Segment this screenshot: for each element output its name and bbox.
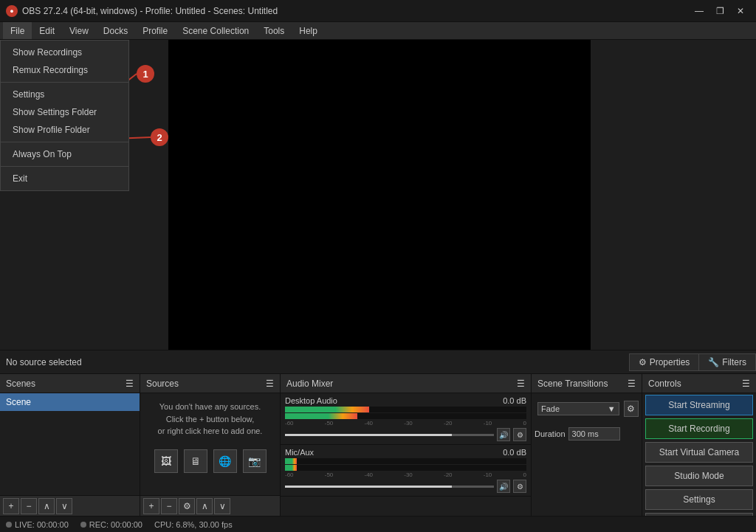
tab-filters[interactable]: 🔧 Filters bbox=[698, 353, 756, 371]
panels-area: Scenes ☰ Scene + − ∧ ∨ Sources ☰ You don… bbox=[0, 373, 756, 516]
transition-settings-button[interactable]: ⚙ bbox=[624, 401, 639, 417]
sources-empty-message: You don't have any sources.Click the + b… bbox=[140, 393, 280, 445]
audio-mixer-menu-icon[interactable]: ☰ bbox=[517, 379, 525, 389]
desktop-audio-label: Desktop Audio bbox=[285, 396, 337, 405]
rec-status: REC: 00:00:00 bbox=[80, 520, 142, 529]
menu-scene-collection[interactable]: Scene Collection bbox=[175, 22, 256, 39]
sources-list[interactable]: You don't have any sources.Click the + b… bbox=[140, 393, 280, 495]
audio-channel-mic: Mic/Aux 0.0 dB -60-50-40-30-20-100 bbox=[281, 445, 531, 497]
properties-filters-tabs: ⚙ Properties 🔧 Filters bbox=[629, 353, 756, 371]
source-move-down-button[interactable]: ∨ bbox=[214, 498, 230, 514]
panel-audio-mixer: Audio Mixer ☰ Desktop Audio 0.0 dB bbox=[281, 374, 532, 516]
menu-show-profile-folder[interactable]: Show Profile Folder bbox=[1, 121, 128, 139]
duration-input[interactable] bbox=[568, 427, 620, 441]
live-indicator bbox=[6, 522, 12, 528]
scenes-label: Scenes bbox=[6, 379, 35, 389]
menu-docks[interactable]: Docks bbox=[96, 22, 135, 39]
menu-exit[interactable]: Exit bbox=[1, 170, 128, 187]
tab-properties[interactable]: ⚙ Properties bbox=[629, 353, 700, 371]
desktop-audio-mute-button[interactable]: 🔊 bbox=[497, 428, 510, 441]
settings-button[interactable]: Settings bbox=[645, 489, 753, 510]
sources-menu-icon[interactable]: ☰ bbox=[266, 379, 274, 389]
scene-item-scene[interactable]: Scene bbox=[0, 393, 140, 411]
mic-aux-db: 0.0 dB bbox=[503, 448, 526, 457]
transition-dropdown-arrow: ▼ bbox=[608, 404, 616, 413]
transitions-label: Scene Transitions bbox=[537, 379, 608, 389]
desktop-audio-settings-button[interactable]: ⚙ bbox=[513, 428, 526, 441]
menu-tools[interactable]: Tools bbox=[256, 22, 292, 39]
menu-file[interactable]: File bbox=[3, 22, 32, 39]
source-image-icon[interactable]: 🖼 bbox=[154, 449, 178, 473]
scene-add-button[interactable]: + bbox=[3, 498, 19, 514]
mic-audio-meter-bottom bbox=[285, 465, 526, 471]
footer-status-bar: LIVE: 00:00:00 REC: 00:00:00 CPU: 6.8%, … bbox=[0, 516, 756, 532]
filters-icon: 🔧 bbox=[708, 357, 719, 367]
menu-always-on-top[interactable]: Always On Top bbox=[1, 145, 128, 163]
panel-controls: Controls ☰ Start Streaming Start Recordi… bbox=[642, 374, 756, 516]
start-virtual-camera-button[interactable]: Start Virtual Camera bbox=[645, 442, 753, 463]
source-add-button[interactable]: + bbox=[143, 498, 159, 514]
scenes-menu-icon[interactable]: ☰ bbox=[126, 379, 134, 389]
scenes-list: Scene bbox=[0, 393, 140, 495]
annotation-1: 1 bbox=[137, 65, 154, 83]
panel-scene-transitions: Scene Transitions ☰ Fade ▼ ⚙ Duration bbox=[532, 374, 642, 516]
mic-audio-controls: 🔊 ⚙ bbox=[285, 480, 526, 493]
source-move-up-button[interactable]: ∧ bbox=[196, 498, 213, 514]
annotation-2: 2 bbox=[151, 128, 168, 146]
minimize-button[interactable]: — bbox=[690, 4, 709, 18]
mic-aux-label: Mic/Aux bbox=[285, 448, 314, 457]
panel-scenes: Scenes ☰ Scene + − ∧ ∨ bbox=[0, 374, 140, 516]
scene-move-down-button[interactable]: ∨ bbox=[56, 498, 72, 514]
source-status-bar: No source selected ⚙ Properties 🔧 Filter… bbox=[0, 350, 756, 373]
menu-remux-recordings[interactable]: Remux Recordings bbox=[1, 61, 128, 79]
scene-move-up-button[interactable]: ∧ bbox=[38, 498, 55, 514]
rec-indicator bbox=[80, 522, 86, 528]
properties-icon: ⚙ bbox=[639, 357, 647, 367]
studio-mode-button[interactable]: Studio Mode bbox=[645, 466, 753, 486]
menu-profile[interactable]: Profile bbox=[135, 22, 175, 39]
transitions-menu-icon[interactable]: ☰ bbox=[628, 379, 636, 389]
menu-settings[interactable]: Settings bbox=[1, 86, 128, 103]
transition-type-select[interactable]: Fade ▼ bbox=[537, 402, 619, 415]
start-recording-button[interactable]: Start Recording bbox=[645, 418, 753, 439]
cpu-usage: CPU: 6.8%, 30.00 fps bbox=[154, 520, 233, 529]
scenes-panel-header: Scenes ☰ bbox=[0, 374, 140, 393]
dropdown-separator-1 bbox=[1, 82, 128, 83]
title-bar: ● OBS 27.2.4 (64-bit, windows) - Profile… bbox=[0, 0, 756, 22]
source-browser-icon[interactable]: 🌐 bbox=[213, 449, 237, 473]
menu-help[interactable]: Help bbox=[292, 22, 325, 39]
menu-edit[interactable]: Edit bbox=[32, 22, 62, 39]
mic-audio-mute-button[interactable]: 🔊 bbox=[497, 480, 510, 493]
transition-duration-row: Duration bbox=[532, 424, 642, 443]
menu-view[interactable]: View bbox=[62, 22, 96, 39]
scene-remove-button[interactable]: − bbox=[21, 498, 37, 514]
audio-channels: Desktop Audio 0.0 dB -60-50-40-30-20-100 bbox=[281, 393, 531, 516]
controls-buttons: Start Streaming Start Recording Start Vi… bbox=[642, 393, 756, 516]
file-dropdown-menu: Show Recordings Remux Recordings Setting… bbox=[0, 40, 129, 191]
sources-toolbar: + − ⚙ ∧ ∨ bbox=[140, 495, 280, 516]
panel-sources: Sources ☰ You don't have any sources.Cli… bbox=[140, 374, 281, 516]
live-status: LIVE: 00:00:00 bbox=[6, 520, 69, 529]
dropdown-separator-3 bbox=[1, 166, 128, 167]
desktop-audio-slider[interactable] bbox=[285, 434, 494, 436]
source-type-icons: 🖼 🖥 🌐 📷 bbox=[140, 445, 280, 477]
mic-audio-slider[interactable] bbox=[285, 486, 494, 488]
source-settings-button[interactable]: ⚙ bbox=[179, 498, 195, 514]
menu-bar: File Edit View Docks Profile Scene Colle… bbox=[0, 22, 756, 40]
menu-show-recordings[interactable]: Show Recordings bbox=[1, 44, 128, 61]
controls-menu-icon[interactable]: ☰ bbox=[742, 379, 750, 389]
mic-audio-settings-button[interactable]: ⚙ bbox=[513, 480, 526, 493]
menu-show-settings-folder[interactable]: Show Settings Folder bbox=[1, 103, 128, 121]
sources-panel-header: Sources ☰ bbox=[140, 374, 280, 393]
source-remove-button[interactable]: − bbox=[161, 498, 177, 514]
transitions-content: Fade ▼ ⚙ Duration bbox=[532, 393, 642, 516]
mic-audio-meter-top bbox=[285, 458, 526, 464]
transitions-header: Scene Transitions ☰ bbox=[532, 374, 642, 393]
start-streaming-button[interactable]: Start Streaming bbox=[645, 395, 753, 415]
audio-mixer-label: Audio Mixer bbox=[286, 379, 333, 389]
maximize-button[interactable]: ❐ bbox=[710, 4, 729, 18]
rec-timer: REC: 00:00:00 bbox=[89, 520, 142, 529]
source-display-icon[interactable]: 🖥 bbox=[184, 449, 207, 473]
close-button[interactable]: ✕ bbox=[731, 4, 750, 18]
source-camera-icon[interactable]: 📷 bbox=[243, 449, 267, 473]
